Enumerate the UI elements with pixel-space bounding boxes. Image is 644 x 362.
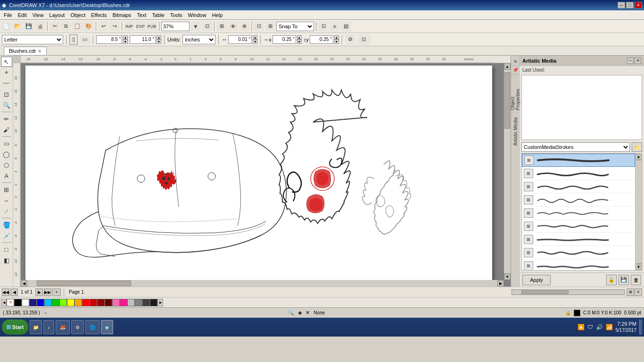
smear-tool[interactable]: 〰: [1, 78, 12, 89]
taskbar-itunes[interactable]: ♪: [43, 320, 54, 334]
portrait-btn[interactable]: ▯: [69, 34, 78, 45]
delete-stroke-btn[interactable]: 🗑: [631, 275, 641, 285]
artistic-media-tab[interactable]: Artistic Media: [511, 112, 520, 150]
next-page-btn[interactable]: ▶: [35, 288, 43, 296]
color-orange[interactable]: [74, 299, 82, 306]
snap-btn[interactable]: ⊞: [265, 21, 275, 32]
zoom-input[interactable]: [161, 22, 190, 31]
color-yellow[interactable]: [67, 299, 74, 306]
menu-help[interactable]: Help: [209, 11, 226, 19]
height-input[interactable]: [130, 35, 156, 44]
view-options[interactable]: ⊞: [216, 21, 227, 32]
taskbar-explorer[interactable]: 📁: [30, 320, 42, 334]
shadow-tool[interactable]: ◧: [1, 255, 12, 265]
artistic-tool[interactable]: 🖌: [1, 124, 12, 135]
y-up[interactable]: ▲: [334, 35, 339, 40]
color-ltgreen[interactable]: [59, 299, 67, 306]
color-blue[interactable]: [37, 299, 44, 306]
scroll-thumb-v[interactable]: [504, 72, 510, 129]
nudge-up[interactable]: ▲: [253, 35, 257, 40]
color-nearblack[interactable]: [150, 299, 157, 306]
options-btn3[interactable]: ▤: [341, 21, 351, 32]
menu-bitmaps[interactable]: Bitmaps: [110, 11, 134, 19]
scroll-thumb-h[interactable]: [37, 280, 131, 286]
color-green[interactable]: [52, 299, 59, 306]
am-scroll-up[interactable]: ▲: [636, 154, 642, 160]
last-page-btn[interactable]: ▶▶: [44, 288, 51, 296]
palette-right-btn[interactable]: ▶: [157, 299, 163, 306]
document-tab[interactable]: Blushes.cdr ✕: [4, 47, 47, 55]
save-button[interactable]: 💾: [24, 21, 34, 32]
add-page-btn[interactable]: +: [52, 288, 61, 296]
apply-button[interactable]: Apply: [522, 275, 551, 285]
x-down[interactable]: ▼: [297, 40, 302, 44]
stroke-item-6[interactable]: ⊠: [522, 220, 635, 233]
stroke-item-3[interactable]: ⊠: [522, 180, 635, 193]
am-scroll-down[interactable]: ▼: [636, 263, 642, 270]
nudge-input[interactable]: [228, 35, 252, 44]
text-tool[interactable]: A: [1, 171, 12, 181]
drawing-canvas[interactable]: [25, 66, 492, 287]
x-spinner[interactable]: ▲ ▼: [297, 35, 302, 44]
stroke-item-2[interactable]: ⊠: [522, 167, 635, 180]
stroke-item-7[interactable]: ⊠: [522, 233, 635, 246]
view-all-pages[interactable]: ⊞: [627, 288, 634, 296]
view-page-sorter[interactable]: ≡: [635, 288, 642, 296]
y-input[interactable]: [310, 35, 333, 44]
width-down[interactable]: ▼: [123, 40, 128, 44]
snap-options[interactable]: ⊡: [254, 21, 264, 32]
scroll-left-btn[interactable]: ◀: [21, 280, 27, 287]
connector-tool[interactable]: ⟋: [1, 206, 12, 216]
cut-button[interactable]: ✂: [50, 21, 60, 32]
scroll-down-btn[interactable]: ▼: [504, 273, 511, 280]
stroke-item-1[interactable]: ⊠: [522, 154, 635, 167]
taskbar-firefox[interactable]: 🦊: [56, 320, 70, 334]
publish-button[interactable]: PUB: [147, 21, 157, 32]
lock-button[interactable]: 🔒: [606, 275, 617, 285]
palette-left-btn[interactable]: ◀: [1, 299, 7, 306]
color-red[interactable]: [82, 299, 90, 306]
taskbar-coreldraw[interactable]: ◆: [101, 320, 113, 334]
color-dkmaroon[interactable]: [105, 299, 112, 306]
rect-tool[interactable]: ▭: [1, 138, 12, 148]
import-button[interactable]: IMP: [124, 21, 134, 32]
doc-tab-close[interactable]: ✕: [38, 49, 41, 54]
no-color-swatch[interactable]: ✕: [7, 299, 14, 306]
units-select[interactable]: inches: [182, 35, 215, 44]
height-spinner[interactable]: ▲ ▼: [157, 35, 161, 44]
outline-tool[interactable]: □: [1, 244, 12, 255]
redo-button[interactable]: ↪: [109, 21, 120, 32]
stroke-item-4[interactable]: ⊠: [522, 193, 635, 206]
width-spinner[interactable]: ▲ ▼: [123, 35, 128, 44]
height-up[interactable]: ▲: [157, 35, 161, 40]
stroke-item-9[interactable]: ⊠: [522, 259, 635, 270]
menu-layout[interactable]: Layout: [46, 11, 67, 19]
view-mode1[interactable]: 👁: [228, 21, 238, 32]
apply-all-btn[interactable]: ⊡: [357, 34, 371, 45]
browse-strokes-btn[interactable]: 📁: [632, 142, 642, 152]
width-up[interactable]: ▲: [123, 35, 128, 40]
width-input[interactable]: [96, 35, 122, 44]
zoom-fit[interactable]: ⊡: [202, 21, 212, 32]
color-ltblue[interactable]: [44, 299, 52, 306]
paste-button[interactable]: 📋: [72, 21, 83, 32]
snap-to-select[interactable]: Snap To: [276, 22, 314, 31]
color-darkred[interactable]: [90, 299, 97, 306]
y-spinner[interactable]: ▲ ▼: [334, 35, 339, 44]
x-input[interactable]: [272, 35, 296, 44]
print-button[interactable]: 🖨: [35, 21, 45, 32]
menu-effects[interactable]: Effects: [88, 11, 109, 19]
canvas-scroll-area[interactable]: ▲ ▼ ◀ ▶: [21, 63, 511, 287]
eyedropper-tool[interactable]: 💉: [1, 230, 12, 241]
audio-icon[interactable]: 🔊: [596, 324, 603, 330]
network-icon[interactable]: 🛡: [587, 324, 593, 330]
stroke-item-5[interactable]: ⊠: [522, 206, 635, 220]
y-down[interactable]: ▼: [334, 40, 339, 44]
height-down[interactable]: ▼: [157, 40, 161, 44]
ellipse-tool[interactable]: ◯: [1, 149, 12, 159]
fill-tool[interactable]: 🪣: [1, 220, 12, 230]
minimize-button[interactable]: ─: [618, 2, 625, 8]
color-hotpink[interactable]: [120, 299, 127, 306]
horizontal-scrollbar[interactable]: ◀ ▶: [21, 280, 504, 287]
close-panel-btn[interactable]: ✕: [511, 58, 520, 66]
